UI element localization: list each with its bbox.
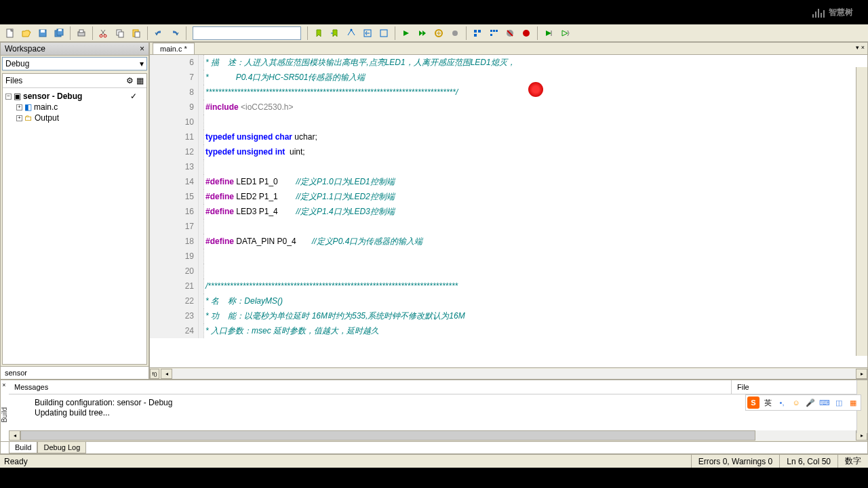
watermark-bars-icon — [812, 8, 825, 18]
ime-keyboard-icon[interactable]: ⌨ — [818, 396, 831, 409]
svg-rect-19 — [474, 30, 477, 33]
toggle-breakpoint-button[interactable] — [448, 26, 462, 41]
save-button[interactable] — [35, 26, 50, 41]
download-debug-button[interactable] — [541, 26, 556, 41]
print-button[interactable] — [74, 26, 89, 41]
file-name-0: main.c — [34, 102, 58, 112]
status-position: Ln 6, Col 50 — [779, 455, 837, 468]
prev-bookmark-button[interactable] — [344, 26, 359, 41]
ime-logo[interactable]: S — [747, 396, 760, 409]
nav-back-button[interactable] — [360, 26, 375, 41]
config-select[interactable]: Debug ▾ — [2, 57, 147, 70]
project-name: sensor - Debug — [23, 92, 82, 101]
make-button[interactable] — [415, 26, 430, 41]
svg-rect-7 — [79, 30, 83, 33]
svg-rect-2 — [41, 30, 45, 33]
ime-lang[interactable]: 英 — [762, 396, 774, 409]
tab-debug-log[interactable]: Debug Log — [37, 442, 86, 453]
redo-button[interactable] — [167, 26, 182, 41]
watermark-text: 智慧树 — [829, 7, 853, 18]
expand-icon[interactable]: + — [16, 104, 22, 110]
watermark: 智慧树 — [812, 7, 853, 18]
messages-body: Building configuration: sensor - Debug U… — [1, 394, 867, 430]
ime-voice-icon[interactable]: 🎤 — [804, 396, 816, 409]
messages-hscroll[interactable]: ◂▸ — [9, 430, 867, 441]
scroll-left-button[interactable]: ◂ — [161, 369, 172, 379]
messages-side-label: Build — [1, 407, 8, 422]
tab-close-icon[interactable]: × — [861, 44, 865, 51]
files-opt2-icon[interactable]: ▦ — [136, 76, 144, 85]
file-name-1: Output — [35, 113, 59, 123]
next-bookmark-button[interactable] — [328, 26, 342, 41]
debug-button[interactable] — [557, 26, 572, 41]
open-button[interactable] — [19, 26, 34, 41]
files-header: Files — [5, 76, 22, 85]
project-node[interactable]: − ▣ sensor - Debug — [5, 91, 82, 102]
svg-rect-5 — [58, 29, 62, 31]
project-check: ✓ — [123, 92, 144, 101]
compile-button[interactable] — [399, 26, 414, 41]
stop-build-button[interactable] — [431, 26, 446, 41]
config-select-value: Debug — [5, 59, 29, 68]
file-tree: − ▣ sensor - Debug ✓ + ◧ main.c — [3, 88, 146, 126]
svg-point-18 — [452, 30, 458, 36]
status-errors: Errors 0, Warnings 0 — [691, 455, 780, 468]
svg-rect-23 — [493, 30, 495, 32]
find-combo[interactable] — [193, 26, 301, 40]
files-opt1-icon[interactable]: ⚙ — [126, 76, 134, 85]
ime-punct-icon[interactable]: •, — [776, 396, 788, 409]
horizontal-scrollbar[interactable]: f() ◂ ▸ — [150, 367, 867, 379]
svg-rect-13 — [135, 32, 140, 37]
func-list-button[interactable]: f() — [150, 369, 159, 379]
folder-icon: 🗀 — [24, 113, 33, 123]
message-line-0: Building configuration: sensor - Debug — [35, 398, 859, 407]
debug-options1[interactable] — [470, 26, 485, 41]
paste-button[interactable] — [129, 26, 144, 41]
tab-build[interactable]: Build — [9, 442, 37, 453]
save-all-button[interactable] — [52, 26, 66, 41]
file-main-c[interactable]: + ◧ main.c — [16, 102, 144, 113]
messages-close-button[interactable]: × — [1, 382, 7, 388]
svg-rect-25 — [490, 34, 492, 36]
output-folder[interactable]: + 🗀 Output — [16, 113, 144, 123]
new-file-button[interactable] — [3, 26, 18, 41]
copy-button[interactable] — [113, 26, 127, 41]
svg-rect-22 — [490, 30, 492, 32]
svg-point-27 — [523, 30, 530, 37]
svg-point-14 — [351, 28, 353, 30]
ime-toolbar[interactable]: S 英 •, ☺ 🎤 ⌨ ◫ ▦ — [745, 394, 861, 411]
svg-rect-24 — [496, 30, 498, 32]
workspace-close-button[interactable]: × — [140, 44, 144, 54]
messages-panel: × Build × Messages File Building configu… — [0, 380, 868, 454]
status-ready: Ready — [0, 457, 691, 466]
messages-header-file: File — [732, 380, 867, 394]
debug-nobp-button[interactable] — [502, 26, 517, 41]
messages-header-msg: Messages — [9, 380, 732, 394]
c-file-icon: ◧ — [24, 102, 32, 112]
ime-skin-icon[interactable]: ◫ — [833, 396, 845, 409]
undo-button[interactable] — [151, 26, 166, 41]
cut-button[interactable] — [96, 26, 111, 41]
message-line-1: Updating build tree... — [35, 408, 859, 418]
toggle-bookmark-button[interactable] — [311, 26, 326, 41]
project-icon: ▣ — [14, 92, 21, 101]
svg-rect-16 — [380, 30, 387, 37]
workspace-tab[interactable]: sensor — [1, 366, 149, 379]
nav-fwd-button[interactable] — [376, 26, 391, 41]
debug-record-button[interactable] — [519, 26, 534, 41]
workspace-title: Workspace — [5, 44, 45, 54]
statusbar: Ready Errors 0, Warnings 0 Ln 6, Col 50 … — [0, 454, 868, 468]
svg-rect-20 — [478, 30, 481, 33]
scroll-right-button[interactable]: ▸ — [856, 369, 867, 379]
collapse-icon[interactable]: − — [5, 94, 12, 100]
ime-emoji-icon[interactable]: ☺ — [790, 396, 802, 409]
debug-options2[interactable] — [486, 26, 501, 41]
expand-icon[interactable]: + — [16, 115, 22, 121]
chevron-down-icon: ▾ — [140, 59, 144, 68]
vertical-scrollbar[interactable] — [856, 67, 867, 356]
svg-rect-11 — [119, 32, 123, 37]
code-editor[interactable]: 6* 描 述：人进入其感应范围模块输出高电平,点亮LED1，人离开感应范围LED… — [150, 55, 867, 367]
tab-main-c[interactable]: main.c * — [153, 43, 195, 54]
tab-dropdown-icon[interactable]: ▾ — [856, 44, 859, 51]
ime-grid-icon[interactable]: ▦ — [847, 396, 859, 409]
